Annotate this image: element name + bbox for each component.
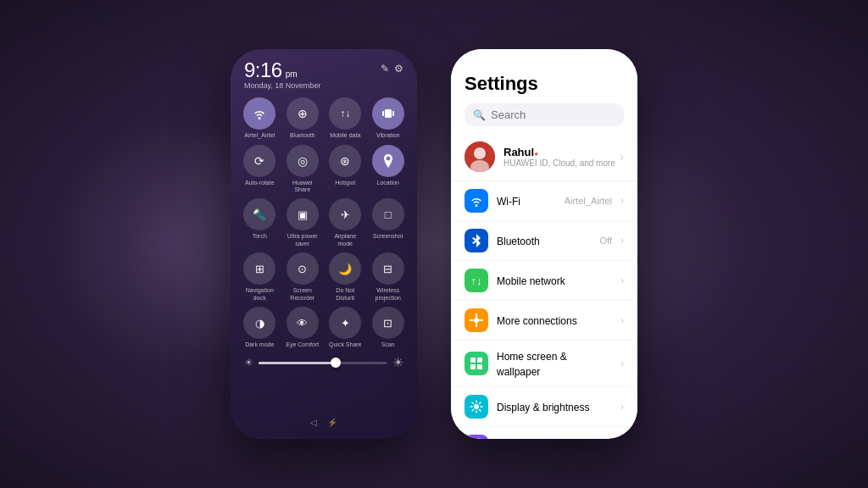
avatar [465,141,495,172]
location-icon [383,154,393,168]
bluetooth-icon: ⊕ [298,107,308,120]
darkmode-toggle-btn[interactable]: ◑ [243,307,275,339]
settings-item-display[interactable]: Display & brightness › [451,387,637,427]
brightness-slider[interactable] [259,362,387,364]
scan-toggle-btn[interactable]: ⊡ [372,307,404,339]
wireless-toggle-item: ⊟ Wireless projection [370,252,408,302]
time-display: 9:16 pm Monday, 18 November [244,59,320,91]
mobile-setting-text: Mobile network [497,273,612,288]
settings-item-connections[interactable]: More connections › [451,301,637,341]
display-icon-svg [470,400,483,413]
wifi-toggle-btn[interactable] [243,97,275,130]
ultrapower-toggle-item: ▣ Ultra power saver [284,198,322,247]
connections-chevron-icon: › [620,314,624,326]
bluetooth-toggle-btn[interactable]: ⊕ [287,97,319,130]
right-phone-screen: Settings 🔍 [451,49,637,439]
torch-icon: 🔦 [253,208,266,221]
back-nav-icon[interactable]: ◁ [310,418,317,427]
settings-item-bluetooth[interactable]: Bluetooth Off › [451,221,637,261]
mobile-data-toggle-btn[interactable]: ↑↓ [329,97,361,130]
mobile-settings-icon: ↑↓ [465,269,488,292]
autorotate-icon: ⟳ [254,154,264,168]
settings-item-mobile[interactable]: ↑↓ Mobile network › [451,261,637,301]
bluetooth-setting-value: Off [600,236,612,246]
mobile-data-label: Mobile data [330,132,360,139]
huaweishare-toggle-btn[interactable]: ◎ [287,145,319,177]
dnd-label: Do Not Disturb [327,287,363,302]
profile-subtitle: HUAWEI ID, Cloud, and more [504,158,620,168]
wifi-setting-value: Airtel_Airtel [565,196,612,206]
screenshot-toggle-btn[interactable]: □ [372,198,404,230]
torch-toggle-item: 🔦 Torch [241,198,279,247]
svg-point-4 [474,147,486,159]
ultrapower-icon: ▣ [298,208,308,221]
screenrec-icon: ⊙ [298,263,307,275]
torch-toggle-btn[interactable]: 🔦 [243,198,275,230]
svg-rect-1 [382,111,384,116]
wireless-toggle-btn[interactable]: ⊟ [372,252,404,285]
wifi-icon [253,107,266,120]
search-input[interactable] [491,108,615,121]
hotspot-label: Hotspot [335,180,355,186]
screenshot-toggle-item: □ Screenshot [370,198,408,247]
autorotate-toggle-item: ⟳ Auto-rotate [241,145,279,194]
ultrapower-toggle-btn[interactable]: ▣ [287,198,319,230]
brightness-low-icon: ☀ [244,357,253,369]
profile-row[interactable]: Rahul● HUAWEI ID, Cloud, and more › [451,133,637,181]
search-bar[interactable]: 🔍 [465,103,624,126]
flash-nav-icon[interactable]: ⚡ [327,418,337,427]
status-bar: 9:16 pm Monday, 18 November ✎ ⚙ [241,59,407,91]
settings-item-sounds[interactable]: Sounds & vibration › [451,427,637,439]
darkmode-icon: ◑ [255,317,264,330]
settings-item-homescreen[interactable]: Home screen & wallpaper › [451,341,637,387]
settings-list: Wi-Fi Airtel_Airtel › Bluetoo [451,181,637,439]
bluetooth-label: Bluetooth [290,132,315,139]
location-toggle-item: Location [370,145,408,194]
hotspot-toggle-btn[interactable]: ⊛ [329,145,361,177]
wireless-label: Wireless projection [370,287,406,302]
eyecomfort-icon: 👁 [297,317,308,330]
profile-chevron-icon: › [620,150,624,164]
bluetooth-chevron-icon: › [620,235,624,247]
scan-label: Scan [381,341,395,348]
toggle-grid: Airtel_Airtel ⊕ Bluetooth ↑↓ [241,97,407,348]
dnd-toggle-btn[interactable]: 🌙 [329,252,361,285]
autorotate-toggle-btn[interactable]: ⟳ [243,145,275,177]
screenshot-icon: □ [385,208,392,221]
screenrec-toggle-btn[interactable]: ⊙ [287,252,319,285]
hotspot-icon: ⊛ [340,154,350,168]
airplane-toggle-btn[interactable]: ✈ [329,198,361,230]
date: Monday, 18 November [244,82,320,91]
wifi-setting-text: Wi-Fi [497,193,556,208]
quickshare-toggle-item: ✦ Quick Share [326,307,364,348]
wifi-settings-svg [470,194,483,208]
settings-icon[interactable]: ⚙ [394,63,403,75]
navdock-toggle-btn[interactable]: ⊞ [243,252,275,285]
location-toggle-btn[interactable] [372,145,404,177]
location-label: Location [377,180,399,186]
eyecomfort-toggle-item: 👁 Eye Comfort [284,307,322,348]
settings-item-wifi[interactable]: Wi-Fi Airtel_Airtel › [451,181,637,221]
darkmode-toggle-item: ◑ Dark mode [241,307,279,348]
eyecomfort-toggle-btn[interactable]: 👁 [287,307,319,339]
connections-setting-text: More connections [497,313,612,328]
connections-settings-icon [465,308,488,332]
homescreen-icon-svg [470,357,483,370]
torch-label: Torch [253,233,267,240]
brightness-thumb [331,358,341,368]
display-settings-icon [465,395,488,419]
vibration-toggle-btn[interactable] [372,97,404,130]
svg-rect-7 [470,358,476,363]
svg-point-6 [474,318,479,323]
dnd-toggle-item: 🌙 Do Not Disturb [326,252,364,302]
nav-bar-icons: ◁ ⚡ [310,418,337,427]
edit-icon[interactable]: ✎ [381,63,389,75]
quickshare-toggle-btn[interactable]: ✦ [329,307,361,339]
status-icons: ✎ ⚙ [381,63,403,75]
brightness-high-icon: ☀ [392,355,403,370]
svg-rect-2 [392,111,394,116]
dnd-icon: 🌙 [338,263,352,275]
right-phone: Settings 🔍 [451,49,637,439]
wifi-setting-name: Wi-Fi [497,196,520,208]
navdock-toggle-item: ⊞ Navigation dock [241,252,279,302]
